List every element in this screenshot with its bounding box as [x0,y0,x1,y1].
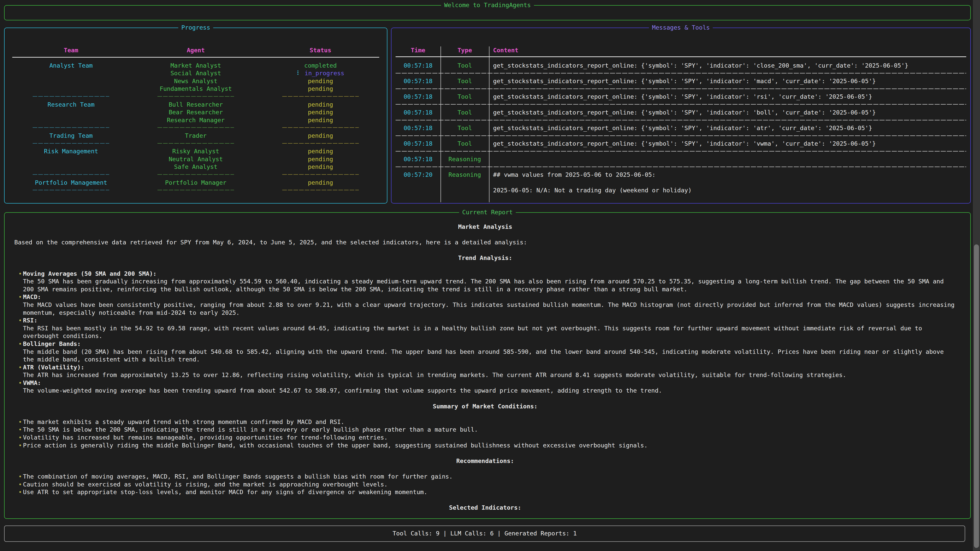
agent-cell: Bear Researcher [134,108,258,116]
bullet-icon: • [18,364,22,372]
scrollbar-track[interactable] [973,0,980,551]
bullet-icon: • [18,433,22,441]
progress-row: News Analystpending [9,77,383,85]
group-separator-cell [258,93,383,101]
message-row: 00:57:18Reasoning [396,156,966,171]
messages-panel: Messages & Tools Time Type Content 00:57… [391,27,971,203]
agent-cell: Risky Analyst [134,148,258,156]
status-cell: pending [258,108,383,116]
column-header-time: Time [396,46,441,54]
row-separator [396,167,966,167]
progress-panel: Progress Team Agent Status Analyst TeamM… [4,27,387,203]
team-cell [9,163,134,171]
type-cell: Tool [441,77,489,85]
progress-row: Portfolio ManagementPortfolio Managerpen… [9,179,383,187]
content-cell: get_stockstats_indicators_report_online:… [489,62,966,70]
time-cell: 00:57:20 [396,171,441,179]
time-cell: 00:57:18 [396,93,441,101]
agent-cell: Market Analyst [134,62,258,70]
report-content: Market AnalysisBased on the comprehensiv… [14,223,956,519]
time-cell: 00:57:18 [396,77,441,85]
progress-row: Research Managerpending [9,116,383,124]
content-cell: get_stockstats_indicators_report_online:… [489,124,966,132]
progress-row: Bear Researcherpending [9,108,383,116]
message-row: 00:57:18Toolget_stockstats_indicators_re… [396,93,966,108]
type-cell: Tool [441,124,489,132]
column-header-status: Status [258,46,383,54]
time-cell: 00:57:18 [396,124,441,132]
progress-table-body: Analyst TeamMarket AnalystcompletedSocia… [9,62,383,194]
separator-line [33,143,109,144]
message-row: 00:57:18Toolget_stockstats_indicators_re… [396,124,966,140]
report-heading: Trend Analysis: [14,254,956,262]
message-row: 00:57:18Toolget_stockstats_indicators_re… [396,140,966,156]
status-cell: pending [258,163,383,171]
group-separator-cell [134,93,258,101]
group-separator [9,124,383,132]
team-cell [9,77,134,85]
separator-line [33,96,109,97]
message-row: 00:57:20Reasoning## vwma values from 202… [396,171,966,202]
spinner-icon: ⠇ [297,70,304,77]
report-list: •The combination of moving averages, MAC… [14,473,956,496]
separator-line [158,174,234,175]
group-separator-cell [9,171,134,179]
bullet-icon: • [18,441,22,449]
time-cell: 00:57:18 [396,109,441,117]
report-bullet: •Moving Averages (50 SMA and 200 SMA):Th… [18,270,956,293]
message-row: 00:57:18Toolget_stockstats_indicators_re… [396,109,966,124]
team-cell [9,69,134,77]
group-separator-cell [9,140,134,148]
agent-cell: Trader [134,132,258,140]
separator-line [282,174,359,175]
agent-cell: Research Manager [134,116,258,124]
status-cell: pending [258,116,383,124]
agent-cell: Neutral Analyst [134,156,258,163]
content-cell: get_stockstats_indicators_report_online:… [489,77,966,85]
status-cell: pending [258,85,383,93]
separator-line [158,190,234,190]
messages-header-separator [396,54,966,62]
separator-line [158,143,234,144]
progress-row: Analyst TeamMarket Analystcompleted [9,62,383,70]
report-list-item: •Caution should be exercised as volatili… [18,481,956,489]
column-header-type: Type [441,46,489,54]
status-cell: pending [258,148,383,156]
type-cell: Tool [441,140,489,148]
messages-table: Time Type Content 00:57:18Toolget_stocks… [396,46,966,202]
time-cell: 00:57:18 [396,156,441,163]
team-cell: Portfolio Management [9,179,134,187]
separator-line [158,127,234,128]
content-cell [489,156,966,163]
agent-cell: Bull Researcher [134,101,258,109]
row-separator [396,151,966,151]
bullet-icon: • [18,418,22,426]
column-header-team: Team [9,46,134,54]
progress-row: Research TeamBull Researcherpending [9,101,383,109]
scrollbar-thumb[interactable] [974,245,979,548]
group-separator [9,93,383,101]
progress-table: Team Agent Status Analyst TeamMarket Ana… [9,46,383,194]
stats-footer: Tool Calls: 9 | LLM Calls: 6 | Generated… [4,526,965,542]
welcome-banner: Welcome to TradingAgents [4,5,971,21]
report-heading: Market Analysis [14,223,956,231]
row-separator [396,135,966,136]
separator-line [282,143,359,144]
status-cell: pending [258,179,383,187]
agent-cell: Portfolio Manager [134,179,258,187]
report-bullet: •ATR (Volatility):The ATR has increased … [18,364,956,379]
report-bullet: •MACD:The MACD values have been consiste… [18,293,956,317]
bullet-icon: • [18,379,22,387]
content-cell: get_stockstats_indicators_report_online:… [489,109,966,117]
group-separator-cell [134,186,258,194]
report-bullet: •VWMA:The volume-weighted moving average… [18,379,956,395]
status-cell: ⠇ in_progress [258,69,383,77]
progress-row: Safe Analystpending [9,163,383,171]
report-list-item: •Price action is generally riding the mi… [18,441,956,449]
stats-footer-text: Tool Calls: 9 | LLM Calls: 6 | Generated… [5,526,965,541]
type-cell: Reasoning [441,171,489,179]
report-list-item: •Use ATR to set appropriate stop-loss le… [18,488,956,496]
type-cell: Tool [441,62,489,70]
group-separator [9,186,383,194]
team-cell [9,116,134,124]
